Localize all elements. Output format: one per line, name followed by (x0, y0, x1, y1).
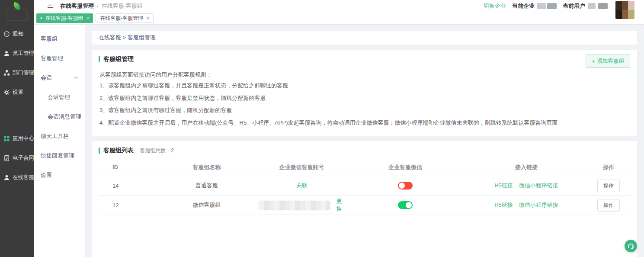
chevron-up-icon (74, 76, 78, 79)
notification-icon (3, 31, 10, 37)
tab-label: 在线客服-客服管理 (100, 15, 143, 22)
wechat-toggle[interactable] (398, 182, 413, 190)
primary-sidebar: 通知 员工管理 部门管理 设置 应用中心 电子合同 在线客服 (0, 0, 34, 257)
group-total-value: 2 (171, 148, 174, 154)
table-row: 14 普通客服 关联 H5链接 微信小程序链接 操作 (99, 176, 630, 196)
h5-link[interactable]: H5链接 (494, 201, 513, 209)
toggle-knob (406, 202, 412, 208)
service-group-manage-card: 客服组管理 + 添加客服组 从客服组页面链接访问的用户分配客服规则： 1、该客服… (92, 50, 637, 136)
submenu-item-session-message[interactable]: 会话消息管理 (34, 107, 85, 126)
card-title: 客服组管理 (103, 55, 134, 63)
submenu-item-settings[interactable]: 设置 (34, 165, 85, 185)
secondary-sidebar: 客服组 客服管理 会话 会话管理 会话消息管理 聊天工具栏 快捷回复管理 设置 (34, 25, 85, 257)
contract-icon (3, 155, 10, 161)
sidebar-item-label: 电子合同 (13, 154, 34, 162)
company-name-redacted (547, 3, 557, 9)
service-icon (3, 174, 10, 181)
miniprogram-link[interactable]: 微信小程序链接 (519, 201, 558, 209)
customer-service-float-button[interactable] (625, 240, 637, 252)
sidebar-item-label: 员工管理 (13, 50, 34, 57)
add-service-group-button[interactable]: + 添加客服组 (586, 55, 630, 68)
submenu-item-service-group[interactable]: 客服组 (34, 29, 85, 48)
switch-company-link[interactable]: 切换企业 (484, 2, 506, 10)
submenu-item-session[interactable]: 会话 (34, 68, 85, 87)
user-name-redacted (588, 3, 596, 9)
sidebar-item-notifications[interactable]: 通知 (0, 24, 34, 44)
submenu-item-session-manage[interactable]: 会话管理 (34, 87, 85, 107)
breadcrumb-root[interactable]: 在线客服管理 (60, 2, 94, 10)
toggle-knob (399, 183, 405, 189)
rule-item: 1、该客服组内之前聊过客服，并且客服是正常状态，分配给之前聊过的客服 (99, 80, 630, 92)
current-user: 当前用户 (563, 2, 608, 10)
main-content: 在线客服 > 客服组管理 客服组管理 + 添加客服组 从客服组页面链接访问的用户… (85, 25, 644, 257)
rules-intro: 从客服组页面链接访问的用户分配客服规则： (99, 71, 630, 79)
wechat-toggle[interactable] (398, 201, 413, 209)
col-header-links: 接入链接 (466, 164, 587, 171)
row-action-button[interactable]: 操作 (597, 199, 620, 212)
sidebar-item-label: 部门管理 (13, 69, 34, 77)
table-header-row: ID 客服组名称 企业微信客服账号 企业客服微信 接入链接 操作 (99, 159, 630, 176)
sidebar-item-label: 设置 (13, 89, 23, 96)
app-window: 通知 员工管理 部门管理 设置 应用中心 电子合同 在线客服 (0, 0, 644, 257)
logo-redacted-area (6, 10, 28, 21)
collapse-menu-icon[interactable] (48, 4, 53, 8)
submenu-item-service-manage[interactable]: 客服管理 (34, 48, 85, 68)
group-total: 客服组总数：2 (140, 147, 174, 154)
department-icon (3, 70, 10, 76)
headset-icon (627, 242, 634, 250)
submenu-item-chat-toolbar[interactable]: 聊天工具栏 (34, 126, 85, 146)
cell-id: 12 (99, 202, 155, 209)
sidebar-item-label: 应用中心 (13, 135, 34, 142)
plus-icon: + (592, 58, 595, 64)
sidebar-item-e-contract[interactable]: 电子合同 (0, 148, 34, 168)
close-tab-icon[interactable]: × (146, 16, 149, 21)
gear-icon (3, 89, 10, 96)
breadcrumb-separator: / (97, 3, 99, 9)
sidebar-item-departments[interactable]: 部门管理 (0, 63, 34, 83)
table-row: 12 微信客服组 更换 H5链接 微信小程序链接 操作 (99, 196, 630, 215)
close-tab-icon[interactable]: × (87, 16, 89, 21)
col-header-action: 操作 (587, 164, 630, 171)
right-column: 在线客服管理 / 在线客服-客服组 切换企业 当前企业 当前用户 ● 在线客服-… (34, 0, 644, 257)
sidebar-item-employees[interactable]: 员工管理 (0, 44, 34, 63)
change-link[interactable]: 更换 (333, 197, 345, 213)
associate-link[interactable]: 关联 (296, 182, 308, 190)
apps-icon (3, 135, 10, 142)
card-title: 客服组列表 (103, 147, 134, 154)
rule-item: 3、该客服组内之前没有聊过客服，随机分配新的客服 (99, 104, 630, 117)
tab-label: 在线客服-客服组 (45, 15, 83, 22)
topbar: 在线客服管理 / 在线客服-客服组 切换企业 当前企业 当前用户 (34, 0, 644, 12)
tab-bar: ● 在线客服-客服组 × 在线客服-客服管理 × (34, 12, 644, 25)
col-header-wechat: 企业客服微信 (345, 164, 466, 171)
service-group-table: ID 客服组名称 企业微信客服账号 企业客服微信 接入链接 操作 14 普通客服… (99, 159, 630, 215)
sidebar-item-settings[interactable]: 设置 (0, 83, 34, 102)
rule-item: 4、配置企业微信客服并开启后，用户在移动端(公众号、H5、小程序、APP)发起客… (99, 117, 630, 129)
col-header-id: ID (99, 164, 155, 170)
page-breadcrumb: 在线客服 > 客服组管理 (92, 31, 637, 45)
title-accent-bar (99, 56, 100, 62)
breadcrumb-current: 在线客服-客服组 (102, 2, 143, 10)
submenu-item-quick-reply[interactable]: 快捷回复管理 (34, 146, 85, 165)
user-name-redacted (598, 3, 608, 9)
body: 客服组 客服管理 会话 会话管理 会话消息管理 聊天工具栏 快捷回复管理 设置 … (34, 25, 644, 257)
user-avatar[interactable] (615, 1, 634, 19)
topbar-right: 切换企业 当前企业 当前用户 (484, 2, 608, 10)
sidebar-item-app-center[interactable]: 应用中心 (0, 129, 34, 148)
cell-name: 普通客服 (155, 182, 259, 190)
tab-service-group[interactable]: ● 在线客服-客服组 × (36, 13, 93, 23)
miniprogram-link[interactable]: 微信小程序链接 (519, 182, 558, 190)
app-logo[interactable] (0, 0, 34, 24)
employee-icon (3, 50, 10, 57)
sidebar-item-label: 在线客服 (13, 174, 34, 181)
cell-id: 14 (99, 183, 155, 189)
tab-service-manage[interactable]: 在线客服-客服管理 × (96, 13, 153, 23)
current-company: 当前企业 (512, 2, 557, 10)
sidebar-item-label: 通知 (13, 30, 23, 38)
sidebar-item-online-service[interactable]: 在线客服 (0, 168, 34, 187)
col-header-name: 客服组名称 (155, 164, 259, 171)
h5-link[interactable]: H5链接 (494, 182, 513, 190)
cell-name: 微信客服组 (155, 201, 259, 209)
leaf-logo-icon (13, 2, 21, 10)
row-action-button[interactable]: 操作 (597, 180, 620, 192)
col-header-account: 企业微信客服账号 (259, 164, 345, 171)
